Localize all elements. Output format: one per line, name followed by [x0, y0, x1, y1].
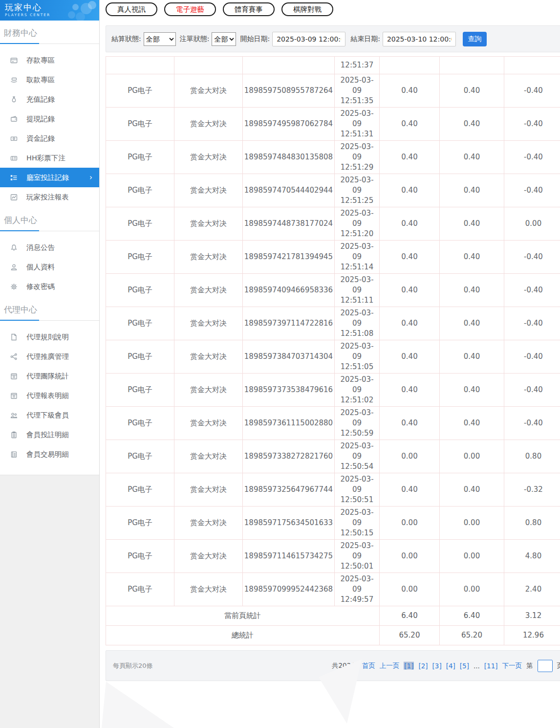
sidebar-item-label: 代理團隊統計 [26, 372, 69, 381]
cell-game: 赏金大对决 [174, 174, 243, 207]
jump-prefix-text: 第 [526, 662, 533, 670]
cell-bet-amount: 0.00 [380, 440, 440, 473]
sidebar-item-funds-log[interactable]: 資金記錄› [0, 129, 99, 148]
jump-page-input[interactable] [538, 660, 553, 672]
sidebar-item-agent-report[interactable]: 代理報表明細› [0, 386, 99, 405]
sidebar-item-label: HH彩票下注 [26, 154, 65, 163]
order-status-select[interactable]: 全部 [212, 32, 236, 46]
tab-slots[interactable]: 電子遊藝 [164, 2, 216, 16]
cell-valid-amount: 0.40 [440, 241, 504, 274]
cell-datetime: 2025-03-0912:51:05 [335, 340, 380, 374]
sidebar-item-withdraw[interactable]: 取款專區› [0, 70, 99, 89]
sidebar-item-label: 消息公告 [26, 243, 55, 252]
tab-live[interactable]: 真人視訊 [106, 2, 157, 16]
cell-order-no: 1898597397114722816 [243, 307, 335, 340]
page-link-4[interactable]: [4] [446, 662, 455, 670]
cell-datetime: 2025-03-0912:51:08 [335, 307, 380, 340]
cell-order-no: 1898597484830135808 [243, 141, 335, 174]
sidebar-section: 財務中心存款專區›取款專區›充值記錄›提現記錄›資金記錄›HH彩票下注›廳室投註… [0, 27, 99, 207]
cell-order-no: 1898597384703714304 [243, 340, 335, 374]
cell-provider: PG电子 [106, 141, 174, 174]
cell-provider: PG电子 [106, 407, 174, 440]
summary-profit: 3.12 [504, 606, 560, 626]
cell-order-no: 1898597470544402944 [243, 174, 335, 207]
sidebar-item-agent-promo[interactable]: 代理推廣管理› [0, 347, 99, 366]
sidebar-item-player-report[interactable]: 玩家投注報表› [0, 187, 99, 207]
sidebar-item-recharge-log[interactable]: 充值記錄› [0, 89, 99, 109]
cell-provider [106, 57, 174, 74]
page-link-5[interactable]: [5] [460, 662, 469, 670]
sidebar-item-label: 提現記錄 [26, 114, 55, 124]
document-icon [10, 333, 18, 341]
page: 玩家中心 PLAYERS CENTER 財務中心存款專區›取款專區›充值記錄›提… [0, 0, 560, 728]
filter-bar: 結算狀態: 全部 注單狀態: 全部 開始日期: 結束日期: 查詢 [106, 25, 560, 52]
cell-profit: -0.40 [504, 307, 560, 340]
summary-label: 當前頁統計 [106, 606, 380, 626]
table-row: PG电子赏金大对决18985973847037143042025-03-0912… [106, 340, 560, 374]
tab-sports[interactable]: 體育賽事 [223, 2, 275, 16]
cell-bet-amount: 0.00 [380, 507, 440, 540]
cell-datetime: 2025-03-0912:50:54 [335, 440, 380, 473]
cell-bet-amount [380, 57, 440, 74]
cell-profit: 0.80 [504, 507, 560, 540]
ticket-icon [10, 154, 18, 162]
cell-valid-amount: 0.00 [440, 573, 504, 606]
table-row: PG电子赏金大对决18985973611150028802025-03-0912… [106, 407, 560, 440]
cell-provider: PG电子 [106, 340, 174, 374]
first-page-link[interactable]: 首页 [362, 662, 375, 670]
sidebar-item-agent-members[interactable]: 代理下級會員› [0, 405, 99, 425]
sidebar-item-lottery-bets[interactable]: HH彩票下注› [0, 148, 99, 168]
sidebar-item-cashout-log[interactable]: 提現記錄› [0, 109, 99, 129]
cell-datetime: 2025-03-0912:50:01 [335, 540, 380, 573]
sidebar-item-agent-rules[interactable]: 代理規則說明› [0, 327, 99, 347]
last-page-link[interactable]: [11] [484, 662, 498, 670]
cell-bet-amount: 0.40 [380, 174, 440, 207]
page-link-1[interactable]: [1] [404, 662, 414, 670]
sidebar-item-label: 修改密碼 [26, 282, 55, 291]
section-divider [0, 320, 99, 321]
bell-icon [10, 243, 18, 251]
tab-boards[interactable]: 棋牌對戰 [281, 2, 333, 16]
sidebar-item-member-trades[interactable]: 會員交易明細› [0, 444, 99, 464]
sidebar-item-profile[interactable]: 個人資料› [0, 257, 99, 277]
query-button[interactable]: 查詢 [463, 32, 487, 46]
summary-valid-amount: 6.40 [440, 606, 504, 626]
cell-order-no: 1898597175634501633 [243, 507, 335, 540]
start-date-label: 開始日期: [240, 35, 270, 44]
cell-game: 赏金大对决 [174, 573, 243, 606]
gear-icon [10, 283, 18, 290]
sidebar-item-announcements[interactable]: 消息公告› [0, 238, 99, 257]
table-row: PG电子赏金大对决18985973382728217602025-03-0912… [106, 440, 560, 473]
cell-bet-amount: 0.40 [380, 374, 440, 407]
share-icon [10, 353, 18, 360]
cell-game [174, 57, 243, 74]
cell-order-no: 1898597373538479616 [243, 374, 335, 407]
summary-valid-amount: 65.20 [440, 626, 504, 645]
start-date-input[interactable] [272, 32, 345, 46]
cell-datetime: 2025-03-0912:51:29 [335, 141, 380, 174]
section-divider [0, 231, 99, 231]
next-page-link[interactable]: 下一页 [502, 662, 522, 670]
sidebar-item-member-bets[interactable]: 會員投註明細› [0, 425, 99, 444]
bank-card-icon [10, 56, 18, 64]
sidebar-item-change-password[interactable]: 修改密碼› [0, 277, 99, 296]
page-link-2[interactable]: [2] [418, 662, 428, 670]
cell-valid-amount: 0.40 [440, 74, 504, 108]
prev-page-link[interactable]: 上一页 [380, 662, 400, 670]
sidebar-item-deposit[interactable]: 存款專區› [0, 50, 99, 70]
cell-profit: 0.80 [504, 440, 560, 473]
settle-status-select[interactable]: 全部 [144, 32, 176, 46]
gamepad-graphic-icon [72, 4, 79, 10]
cell-game: 赏金大对决 [174, 108, 243, 141]
page-link-3[interactable]: [3] [432, 662, 442, 670]
table-row: PG电子赏金大对决18985974217813949452025-03-0912… [106, 241, 560, 274]
table-row: PG电子赏金大对决18985970999524423682025-03-0912… [106, 573, 560, 606]
cell-valid-amount: 0.40 [440, 473, 504, 507]
table-row: PG电子赏金大对决18985973735384796162025-03-0912… [106, 374, 560, 407]
table-row: PG电子赏金大对决18985974487381770242025-03-0912… [106, 207, 560, 241]
sidebar-item-room-bet-log[interactable]: 廳室投註記錄› [0, 168, 99, 187]
end-date-input[interactable] [383, 32, 456, 46]
sidebar-item-agent-team[interactable]: 代理團隊統計› [0, 366, 99, 386]
cell-profit: 2.40 [504, 573, 560, 606]
sidebar-item-label: 玩家投注報表 [26, 193, 69, 202]
